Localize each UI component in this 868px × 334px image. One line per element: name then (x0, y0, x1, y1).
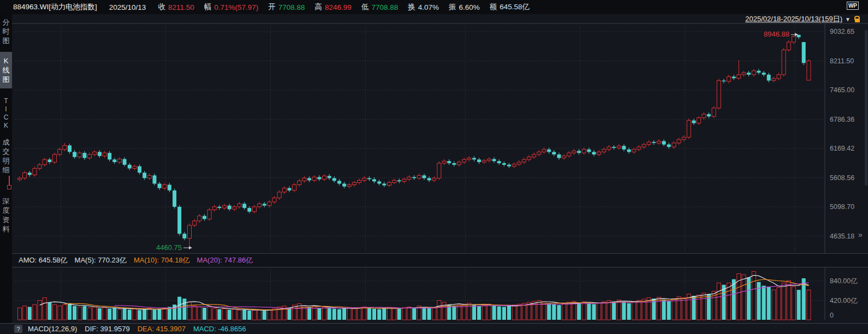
quote-field: 振6.60% (449, 2, 480, 12)
svg-text:5098.70: 5098.70 (830, 203, 854, 211)
volume-header-segment: MA(5): 770.23亿 (75, 255, 127, 265)
symbol-title: 884963.WI[动力电池指数] (13, 2, 97, 12)
quote-field: 换4.07% (408, 2, 439, 12)
sidebar-drag-handle-icon[interactable] (7, 176, 11, 190)
status-segment: MACD: -46.8656 (193, 325, 246, 333)
svg-text:0: 0 (830, 312, 834, 319)
volume-header-segment: AMO: 645.58亿 (19, 255, 68, 265)
svg-text:5608.56: 5608.56 (830, 174, 854, 182)
sidebar-item-trade-detail[interactable]: 成交明细 (0, 138, 12, 175)
chevron-down-icon[interactable]: ▼ (845, 16, 851, 22)
wp-badge-icon[interactable]: WP (847, 2, 859, 10)
high-annotation: 8946.88 (764, 30, 789, 38)
svg-text:8211.50: 8211.50 (830, 57, 854, 65)
sidebar-item-depth-info[interactable]: 深度资料 (0, 196, 12, 234)
status-segment: DIF: 391.9579 (85, 325, 129, 333)
range-selector[interactable]: 2025/02/18-2025/10/13(159日) ▼ (745, 15, 860, 23)
sidebar-item-intraday[interactable]: 分时图 (0, 17, 12, 45)
scrollbar-thumb[interactable] (865, 30, 867, 186)
low-annotation: 4460.75 (156, 243, 182, 252)
quote-field: 收8211.50 (158, 2, 194, 12)
quote-date: 2025/10/13 (109, 3, 146, 11)
status-segment: DEA: 415.3907 (138, 325, 186, 333)
quote-topbar: 884963.WI[动力电池指数] 2025/10/13 收8211.50幅0.… (0, 0, 868, 14)
help-button[interactable]: ? (14, 325, 22, 333)
sidebar-item-tick[interactable]: TICK (0, 97, 12, 130)
status-segments: MACD(12,26,9)DIF: 391.9579DEA: 415.3907M… (28, 325, 254, 333)
volume-header-segment: MA(10): 704.18亿 (134, 255, 190, 265)
unlock-icon[interactable] (854, 16, 860, 22)
range-label[interactable]: 2025/02/18-2025/10/13(159日) (745, 14, 842, 24)
panel-expand-chevron[interactable]: » (858, 230, 863, 239)
svg-text:7465.00: 7465.00 (830, 86, 854, 94)
status-bar: ? MACD(12,26,9)DIF: 391.9579DEA: 415.390… (0, 323, 868, 334)
svg-text:420.00亿: 420.00亿 (830, 297, 858, 305)
sidebar-item-kline[interactable]: K线图 (0, 52, 12, 88)
svg-text:9032.65: 9032.65 (830, 28, 854, 35)
status-segment: MACD(12,26,9) (28, 325, 77, 333)
quote-field: 低7708.88 (361, 2, 398, 12)
volume-header-segment: MA(20): 747.86亿 (197, 255, 253, 265)
kline-chart-canvas[interactable]: 9032.658211.507465.006786.366169.425608.… (0, 0, 868, 334)
svg-text:6169.42: 6169.42 (830, 145, 854, 152)
svg-text:6786.36: 6786.36 (830, 116, 854, 123)
quote-fields: 收8211.50幅0.71%(57.97)开7708.88高8246.99低77… (158, 2, 539, 12)
quote-field: 开7708.88 (268, 2, 305, 12)
quote-field: 额645.58亿 (490, 2, 530, 12)
volume-header: AMO: 645.58亿MA(5): 770.23亿MA(10): 704.18… (12, 253, 868, 267)
sidebar-nav: 分时图K线图TICK成交明细深度资料 (0, 14, 12, 323)
quote-field: 幅0.71%(57.97) (204, 2, 259, 12)
quote-field: 高8246.99 (315, 2, 352, 12)
svg-text:4635.18: 4635.18 (830, 232, 854, 240)
svg-text:840.00亿: 840.00亿 (830, 277, 858, 285)
